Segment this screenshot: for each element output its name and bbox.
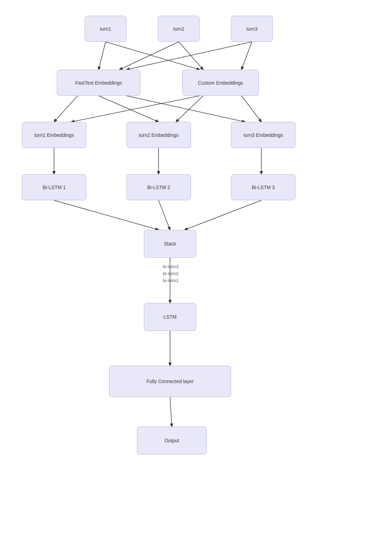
- svg-line-5: [126, 42, 252, 70]
- svg-line-6: [241, 42, 252, 70]
- svg-line-17: [159, 200, 170, 230]
- fc-node: Fully Connected layer: [109, 366, 231, 397]
- turn2-node: turn2: [158, 16, 200, 42]
- svg-line-7: [54, 96, 78, 122]
- svg-line-12: [71, 96, 200, 122]
- turn1emb-node: turn1 Embeddings: [22, 122, 86, 148]
- turn3-node: turn3: [231, 16, 273, 42]
- svg-line-2: [106, 42, 200, 70]
- svg-line-10: [241, 96, 261, 122]
- svg-line-16: [54, 200, 159, 230]
- svg-line-1: [99, 42, 106, 70]
- stack-node: Stack: [144, 230, 196, 258]
- svg-line-21: [170, 397, 172, 427]
- turn2emb-node: turn2 Embeddings: [126, 122, 191, 148]
- svg-line-18: [185, 200, 261, 230]
- turn3emb-node: turn3 Embeddings: [231, 122, 295, 148]
- svg-line-9: [176, 96, 203, 122]
- diagram: turn1 turn2 turn3 FastText Embeddings Cu…: [0, 0, 392, 552]
- bilstm3-label: bi-lstm3: [146, 264, 195, 269]
- bilstm3-node: Bi-LSTM 3: [231, 174, 295, 200]
- svg-line-3: [120, 42, 179, 70]
- svg-line-4: [179, 42, 203, 70]
- turn1-node: turn1: [85, 16, 126, 42]
- bilstm2-node: Bi-LSTM 2: [126, 174, 191, 200]
- bilstm2-label: bi-lstm2: [146, 271, 195, 276]
- fasttext-node: FastText Embeddings: [57, 70, 140, 96]
- output-node: Output: [137, 427, 207, 454]
- svg-line-8: [99, 96, 159, 122]
- svg-line-11: [126, 96, 245, 122]
- lstm-node: LSTM: [144, 303, 196, 331]
- bilstm1-label: bi-lstm1: [146, 278, 195, 283]
- custom-node: Custom Embeddings: [182, 70, 259, 96]
- bilstm1-node: Bi-LSTM 1: [22, 174, 86, 200]
